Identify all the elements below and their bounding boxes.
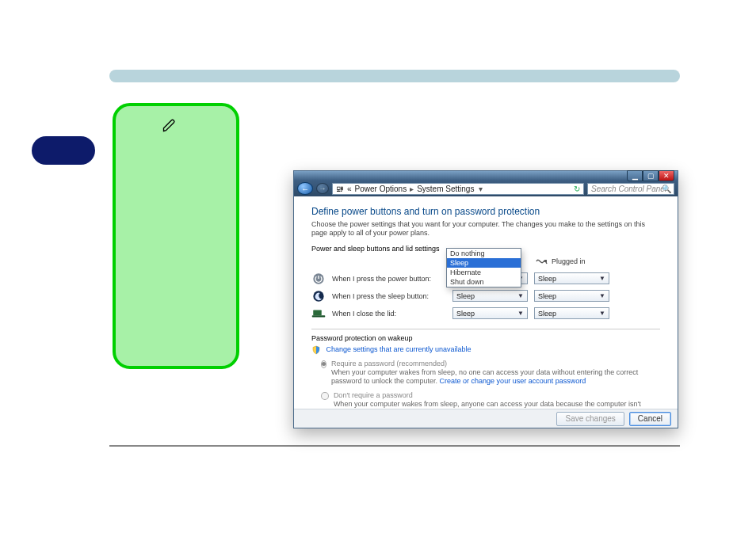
search-icon: 🔍: [662, 185, 671, 193]
dropdown-option-sleep[interactable]: Sleep: [447, 258, 521, 268]
window-titlebar[interactable]: ▁ ▢ ✕: [294, 171, 678, 181]
power-options-window: ▁ ▢ ✕ ← → 🖳 « Power Options ▸ System Set…: [293, 170, 678, 428]
dropdown-power-plugged[interactable]: Sleep ▼: [534, 272, 609, 284]
dropdown-option-shut-down[interactable]: Shut down: [447, 277, 521, 287]
dropdown-sleep-plugged[interactable]: Sleep ▼: [534, 290, 609, 302]
side-marker-pill: [32, 136, 95, 165]
window-maximize-button[interactable]: ▢: [643, 170, 659, 181]
chevron-down-icon[interactable]: ▾: [479, 185, 483, 193]
breadcrumb-item-system-settings[interactable]: System Settings: [417, 185, 474, 193]
radio-input-dont-require: [321, 392, 329, 400]
link-change-unavailable-settings[interactable]: Change settings that are currently unava…: [326, 345, 472, 353]
row-close-lid: When I close the lid: Sleep ▼ Sleep ▼: [311, 306, 660, 321]
col-plugged-in: Plugged in: [552, 257, 586, 265]
power-icon: [311, 272, 326, 286]
search-placeholder: Search Control Panel: [591, 185, 666, 193]
label-close-lid: When I close the lid:: [332, 310, 446, 318]
svg-rect-0: [544, 260, 547, 262]
cancel-button[interactable]: Cancel: [629, 412, 671, 426]
moon-icon: [311, 289, 326, 303]
page-bottom-divider: [109, 445, 680, 447]
chevron-down-icon: ▼: [517, 310, 524, 317]
svg-rect-4: [312, 315, 326, 317]
radio-input-require: [321, 360, 326, 368]
breadcrumb-item-power-options[interactable]: Power Options: [355, 185, 407, 193]
pencil-icon: [162, 117, 178, 133]
nav-back-button[interactable]: ←: [297, 182, 313, 195]
svg-rect-3: [313, 310, 322, 315]
breadcrumb-root-icon: 🖳: [336, 185, 344, 193]
dropdown-value: Sleep: [538, 310, 556, 318]
section-divider: [311, 329, 660, 329]
dropdown-sleep-battery[interactable]: Sleep ▼: [452, 290, 528, 302]
refresh-icon[interactable]: ↻: [574, 185, 580, 193]
address-bar: ← → 🖳 « Power Options ▸ System Settings …: [294, 181, 678, 196]
row-sleep-button: When I press the sleep button: Sleep ▼ S…: [311, 289, 660, 303]
label-sleep-button: When I press the sleep button:: [332, 292, 446, 300]
radio-require-password: Require a password (recommended) When yo…: [321, 360, 660, 386]
page-title: Define power buttons and turn on passwor…: [311, 206, 660, 217]
shield-icon: [311, 345, 321, 355]
dropdown-option-do-nothing[interactable]: Do nothing: [447, 249, 521, 258]
page-top-divider: [109, 70, 680, 82]
dropdown-value: Sleep: [538, 292, 556, 300]
arrow-right-icon: →: [319, 185, 326, 192]
save-changes-button[interactable]: Save changes: [556, 412, 624, 426]
dropdown-lid-battery[interactable]: Sleep ▼: [452, 307, 528, 319]
radio-dont-require-password: Don't require a password When your compu…: [321, 391, 660, 409]
dropdown-value: Sleep: [538, 275, 556, 283]
page-description: Choose the power settings that you want …: [311, 220, 660, 238]
content-area: Define power buttons and turn on passwor…: [294, 196, 678, 409]
radio-desc-dont-require: When your computer wakes from sleep, any…: [334, 400, 660, 409]
radio-desc-require: When your computer wakes from sleep, no …: [331, 368, 660, 386]
dropdown-value: Sleep: [456, 292, 475, 300]
chevron-down-icon: ▼: [599, 292, 605, 299]
label-power-button: When I press the power button:: [332, 275, 446, 283]
chevron-down-icon: ▼: [599, 310, 605, 317]
chevron-down-icon: ▼: [599, 275, 605, 282]
breadcrumb[interactable]: 🖳 « Power Options ▸ System Settings ▾ ↻: [332, 183, 584, 195]
section-password-protection: Password protection on wakeup: [311, 334, 660, 342]
window-close-button[interactable]: ✕: [659, 170, 674, 181]
arrow-left-icon: ←: [301, 185, 309, 193]
chevron-right-icon: ▸: [410, 185, 414, 193]
dropdown-lid-plugged[interactable]: Sleep ▼: [534, 307, 609, 319]
window-minimize-button[interactable]: ▁: [627, 170, 643, 181]
plug-icon: [536, 257, 548, 265]
note-annotation-box: [113, 103, 239, 369]
breadcrumb-root-glyph: «: [347, 185, 352, 193]
chevron-down-icon: ▼: [517, 292, 524, 299]
dropdown-option-hibernate[interactable]: Hibernate: [447, 268, 521, 277]
laptop-lid-icon: [311, 306, 326, 321]
radio-label-dont-require: Don't require a password: [334, 391, 413, 399]
link-create-change-password[interactable]: Create or change your user account passw…: [440, 377, 586, 385]
nav-forward-button[interactable]: →: [316, 183, 329, 194]
search-input[interactable]: Search Control Panel 🔍: [587, 183, 674, 195]
dropdown-value: Sleep: [456, 310, 475, 318]
dialog-footer: Save changes Cancel: [294, 409, 678, 428]
radio-label-require: Require a password (recommended): [331, 360, 447, 367]
dropdown-power-battery-list[interactable]: Do nothing Sleep Hibernate Shut down: [446, 248, 521, 287]
